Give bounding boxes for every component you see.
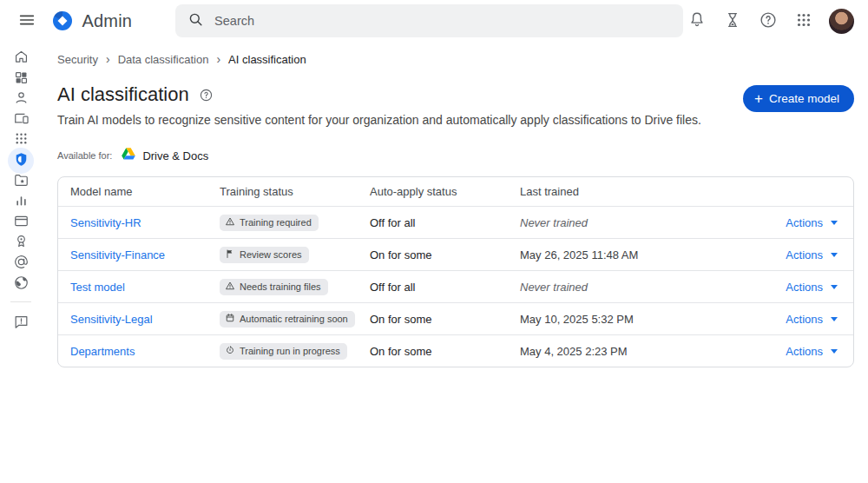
devices-icon — [13, 110, 30, 129]
auto-apply-value: On for some — [370, 313, 520, 326]
left-nav-rail — [0, 42, 42, 367]
breadcrumb-security[interactable]: Security — [57, 53, 98, 66]
page-description: Train AI models to recognize sensitive c… — [57, 113, 701, 127]
calendar-icon — [225, 313, 235, 325]
model-name-link[interactable]: Sensitivity-Finance — [70, 248, 165, 261]
status-badge: Review scores — [220, 247, 309, 263]
search-input[interactable] — [214, 14, 666, 28]
hamburger-menu-icon — [17, 10, 36, 32]
help-circle-icon — [199, 88, 214, 103]
breadcrumb-data-classification[interactable]: Data classification — [118, 53, 209, 66]
model-name-link[interactable]: Test model — [70, 281, 125, 294]
column-auto-apply-status: Auto-apply status — [370, 185, 520, 198]
notifications-button[interactable] — [683, 7, 711, 35]
main-content: Security › Data classification › AI clas… — [42, 42, 868, 367]
model-name-link[interactable]: Sensitivity-Legal — [70, 313, 153, 326]
breadcrumb: Security › Data classification › AI clas… — [57, 52, 854, 66]
credit-card-icon — [13, 213, 30, 232]
table-row: Departments Training run in progress On … — [58, 334, 853, 367]
actions-button[interactable]: Actions — [786, 216, 838, 229]
actions-label: Actions — [786, 345, 823, 358]
last-trained-value: Never trained — [520, 281, 737, 294]
status-label: Needs training files — [240, 281, 321, 292]
model-name-link[interactable]: Departments — [70, 345, 135, 358]
status-badge: Needs training files — [220, 279, 328, 295]
drive-docs-chip: Drive & Docs — [122, 147, 208, 164]
model-name-link[interactable]: Sensitivity-HR — [70, 216, 141, 229]
status-label: Training required — [240, 217, 312, 228]
available-for-label: Available for: — [57, 150, 112, 161]
sidebar-item-feedback[interactable] — [5, 311, 36, 335]
column-training-status: Training status — [220, 185, 370, 198]
auto-apply-value: Off for all — [370, 216, 520, 229]
actions-label: Actions — [786, 313, 823, 326]
progress-icon — [225, 345, 235, 357]
help-circle-icon — [759, 10, 778, 32]
security-shield-icon — [13, 151, 30, 170]
bar-chart-icon — [13, 192, 30, 211]
last-trained-value: Never trained — [520, 216, 737, 229]
flag-icon — [225, 248, 235, 261]
create-model-button[interactable]: + Create model — [743, 85, 854, 112]
dropdown-caret-icon — [831, 253, 838, 257]
status-label: Review scores — [240, 249, 302, 260]
actions-label: Actions — [786, 216, 823, 229]
menu-button[interactable] — [14, 7, 40, 35]
status-label: Training run in progress — [240, 346, 340, 356]
chevron-right-icon: › — [216, 52, 220, 66]
plus-icon: + — [754, 91, 763, 106]
last-trained-value: May 10, 2025 5:32 PM — [520, 313, 737, 326]
warning-icon — [225, 216, 235, 228]
tasks-button[interactable] — [719, 7, 746, 35]
header-actions — [683, 7, 854, 35]
badge-ribbon-icon — [13, 233, 30, 252]
table-row: Sensitivity-Finance Review scores On for… — [58, 238, 853, 270]
available-for-row: Available for: Drive & Docs — [57, 147, 854, 164]
search-bar[interactable] — [175, 4, 683, 37]
folder-star-icon — [13, 172, 30, 191]
help-button[interactable] — [754, 7, 782, 35]
google-admin-logo-icon — [52, 10, 73, 31]
actions-button[interactable]: Actions — [786, 248, 838, 261]
actions-button[interactable]: Actions — [786, 313, 838, 326]
breadcrumb-current: AI classification — [228, 53, 306, 66]
table-row: Sensitivity-Legal Automatic retraining s… — [58, 302, 853, 334]
apps-grid-icon — [794, 10, 813, 32]
page-title: AI classification — [57, 83, 189, 106]
last-trained-value: May 26, 2025 11:48 AM — [520, 248, 737, 261]
page-help-button[interactable] — [197, 85, 216, 104]
create-model-label: Create model — [769, 92, 839, 105]
table-row: Sensitivity-HR Training required Off for… — [58, 206, 853, 238]
sidebar-item-domains[interactable] — [5, 272, 36, 296]
home-icon — [13, 49, 30, 68]
person-icon — [13, 89, 30, 109]
actions-button[interactable]: Actions — [786, 281, 838, 294]
column-model-name: Model name — [58, 185, 220, 198]
auto-apply-value: On for some — [370, 345, 520, 358]
status-badge: Training required — [220, 215, 319, 231]
table-header-row: Model name Training status Auto-apply st… — [58, 177, 853, 206]
search-icon — [187, 11, 204, 31]
last-trained-value: May 4, 2025 2:23 PM — [520, 345, 737, 358]
dropdown-caret-icon — [831, 285, 838, 289]
google-drive-icon — [122, 147, 135, 164]
warning-icon — [225, 281, 235, 293]
dashboard-icon — [13, 69, 30, 89]
actions-button[interactable]: Actions — [786, 345, 838, 358]
status-badge: Automatic retraining soon — [220, 311, 355, 328]
page-head-text: AI classification Train AI models to rec… — [57, 83, 701, 127]
user-avatar[interactable] — [829, 9, 854, 34]
dropdown-caret-icon — [831, 349, 838, 354]
models-table: Model name Training status Auto-apply st… — [57, 176, 854, 367]
actions-label: Actions — [786, 248, 823, 261]
bell-icon — [687, 10, 707, 32]
status-label: Automatic retraining soon — [240, 314, 348, 324]
chevron-right-icon: › — [106, 52, 110, 66]
apps-launcher-button[interactable] — [790, 7, 818, 35]
status-badge: Training run in progress — [220, 343, 347, 360]
globe-icon — [13, 275, 30, 294]
at-sign-icon — [13, 254, 30, 273]
dropdown-caret-icon — [831, 317, 838, 321]
column-last-trained: Last trained — [520, 185, 737, 198]
app-title: Admin — [82, 11, 132, 31]
